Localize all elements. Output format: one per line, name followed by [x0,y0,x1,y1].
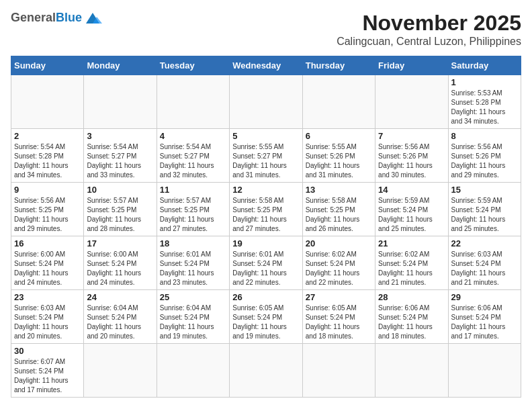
day-info: Sunrise: 6:05 AM Sunset: 5:24 PM Dayligh… [232,304,299,341]
calendar-week-row: 23Sunrise: 6:03 AM Sunset: 5:24 PM Dayli… [11,290,521,344]
calendar-cell: 1Sunrise: 5:53 AM Sunset: 5:28 PM Daylig… [448,75,521,129]
day-info: Sunrise: 5:54 AM Sunset: 5:27 PM Dayligh… [160,142,226,180]
logo: General Blue [11,11,102,25]
day-number: 9 [14,185,81,195]
logo-icon [83,11,102,25]
day-info: Sunrise: 6:07 AM Sunset: 5:24 PM Dayligh… [14,357,81,395]
day-number: 3 [87,131,153,141]
day-number: 24 [87,292,153,302]
day-number: 14 [378,185,445,195]
day-number: 27 [306,292,372,302]
calendar-cell: 11Sunrise: 5:57 AM Sunset: 5:25 PM Dayli… [157,183,229,236]
calendar-cell: 12Sunrise: 5:58 AM Sunset: 5:25 PM Dayli… [230,183,302,236]
calendar-cell: 6Sunrise: 5:55 AM Sunset: 5:26 PM Daylig… [302,129,375,183]
calendar-cell: 4Sunrise: 5:54 AM Sunset: 5:27 PM Daylig… [157,129,229,183]
day-number: 2 [14,131,81,141]
day-number: 11 [160,185,226,195]
logo-general-text: General [11,11,56,25]
day-info: Sunrise: 5:55 AM Sunset: 5:26 PM Dayligh… [306,142,372,180]
day-info: Sunrise: 6:02 AM Sunset: 5:24 PM Dayligh… [378,250,445,287]
calendar-week-row: 9Sunrise: 5:56 AM Sunset: 5:25 PM Daylig… [11,183,521,236]
calendar-cell: 13Sunrise: 5:58 AM Sunset: 5:25 PM Dayli… [302,183,375,236]
day-info: Sunrise: 5:59 AM Sunset: 5:24 PM Dayligh… [451,196,518,234]
calendar-cell: 15Sunrise: 5:59 AM Sunset: 5:24 PM Dayli… [448,183,521,236]
day-info: Sunrise: 6:02 AM Sunset: 5:24 PM Dayligh… [306,250,372,287]
day-info: Sunrise: 5:56 AM Sunset: 5:25 PM Dayligh… [14,196,81,234]
day-number: 13 [306,185,372,195]
day-info: Sunrise: 6:00 AM Sunset: 5:24 PM Dayligh… [87,250,153,287]
calendar-cell: 25Sunrise: 6:04 AM Sunset: 5:24 PM Dayli… [157,290,229,344]
calendar-cell: 20Sunrise: 6:02 AM Sunset: 5:24 PM Dayli… [302,236,375,290]
calendar-week-row: 16Sunrise: 6:00 AM Sunset: 5:24 PM Dayli… [11,236,521,290]
calendar-cell: 22Sunrise: 6:03 AM Sunset: 5:24 PM Dayli… [448,236,521,290]
weekday-header-tuesday: Tuesday [157,56,229,75]
day-info: Sunrise: 5:58 AM Sunset: 5:25 PM Dayligh… [232,196,299,234]
day-number: 20 [306,238,372,248]
weekday-header-friday: Friday [375,56,448,75]
day-info: Sunrise: 6:06 AM Sunset: 5:24 PM Dayligh… [378,304,445,341]
calendar-cell: 10Sunrise: 5:57 AM Sunset: 5:25 PM Dayli… [84,183,157,236]
day-info: Sunrise: 6:05 AM Sunset: 5:24 PM Dayligh… [306,304,372,341]
day-number: 8 [451,131,518,141]
calendar-cell: 2Sunrise: 5:54 AM Sunset: 5:28 PM Daylig… [11,129,84,183]
weekday-header-saturday: Saturday [448,56,521,75]
day-number: 18 [160,238,226,248]
calendar-cell [157,344,229,398]
calendar-cell: 30Sunrise: 6:07 AM Sunset: 5:24 PM Dayli… [11,344,84,398]
calendar-cell: 19Sunrise: 6:01 AM Sunset: 5:24 PM Dayli… [230,236,302,290]
day-number: 7 [378,131,445,141]
title-area: November 2025 Calingcuan, Central Luzon,… [337,11,521,48]
calendar-cell [230,344,302,398]
calendar-cell: 14Sunrise: 5:59 AM Sunset: 5:24 PM Dayli… [375,183,448,236]
day-number: 10 [87,185,153,195]
location-subtitle: Calingcuan, Central Luzon, Philippines [337,36,521,48]
day-info: Sunrise: 5:55 AM Sunset: 5:27 PM Dayligh… [232,142,299,180]
weekday-header-row: SundayMondayTuesdayWednesdayThursdayFrid… [11,56,521,75]
day-info: Sunrise: 5:57 AM Sunset: 5:25 PM Dayligh… [87,196,153,234]
day-info: Sunrise: 6:03 AM Sunset: 5:24 PM Dayligh… [451,250,518,287]
day-number: 30 [14,346,81,356]
calendar-cell: 17Sunrise: 6:00 AM Sunset: 5:24 PM Dayli… [84,236,157,290]
calendar-cell [375,344,448,398]
calendar-cell [230,75,302,129]
calendar-cell [11,75,84,129]
day-info: Sunrise: 6:06 AM Sunset: 5:24 PM Dayligh… [451,304,518,341]
calendar-week-row: 2Sunrise: 5:54 AM Sunset: 5:28 PM Daylig… [11,129,521,183]
calendar-cell [302,344,375,398]
calendar-cell: 8Sunrise: 5:56 AM Sunset: 5:26 PM Daylig… [448,129,521,183]
day-info: Sunrise: 6:04 AM Sunset: 5:24 PM Dayligh… [160,304,226,341]
weekday-header-thursday: Thursday [302,56,375,75]
calendar-cell: 24Sunrise: 6:04 AM Sunset: 5:24 PM Dayli… [84,290,157,344]
calendar-cell [448,344,521,398]
day-number: 1 [451,77,518,87]
day-number: 6 [306,131,372,141]
day-info: Sunrise: 6:04 AM Sunset: 5:24 PM Dayligh… [87,304,153,341]
day-number: 4 [160,131,226,141]
day-number: 22 [451,238,518,248]
calendar-cell: 16Sunrise: 6:00 AM Sunset: 5:24 PM Dayli… [11,236,84,290]
day-info: Sunrise: 5:58 AM Sunset: 5:25 PM Dayligh… [306,196,372,234]
weekday-header-wednesday: Wednesday [230,56,302,75]
day-number: 26 [232,292,299,302]
day-info: Sunrise: 5:54 AM Sunset: 5:27 PM Dayligh… [87,142,153,180]
calendar-cell: 28Sunrise: 6:06 AM Sunset: 5:24 PM Dayli… [375,290,448,344]
day-number: 28 [378,292,445,302]
day-info: Sunrise: 5:53 AM Sunset: 5:28 PM Dayligh… [451,89,518,126]
day-number: 15 [451,185,518,195]
calendar-week-row: 30Sunrise: 6:07 AM Sunset: 5:24 PM Dayli… [11,344,521,398]
calendar-cell: 26Sunrise: 6:05 AM Sunset: 5:24 PM Dayli… [230,290,302,344]
day-number: 19 [232,238,299,248]
calendar-cell: 9Sunrise: 5:56 AM Sunset: 5:25 PM Daylig… [11,183,84,236]
day-number: 25 [160,292,226,302]
calendar-cell [302,75,375,129]
day-info: Sunrise: 5:57 AM Sunset: 5:25 PM Dayligh… [160,196,226,234]
calendar-cell: 29Sunrise: 6:06 AM Sunset: 5:24 PM Dayli… [448,290,521,344]
day-info: Sunrise: 6:03 AM Sunset: 5:24 PM Dayligh… [14,304,81,341]
calendar-cell: 3Sunrise: 5:54 AM Sunset: 5:27 PM Daylig… [84,129,157,183]
day-info: Sunrise: 5:54 AM Sunset: 5:28 PM Dayligh… [14,142,81,180]
calendar-table: SundayMondayTuesdayWednesdayThursdayFrid… [11,56,521,398]
page-header: General Blue November 2025 Calingcuan, C… [11,11,521,48]
day-number: 5 [232,131,299,141]
day-number: 21 [378,238,445,248]
calendar-cell [84,344,157,398]
